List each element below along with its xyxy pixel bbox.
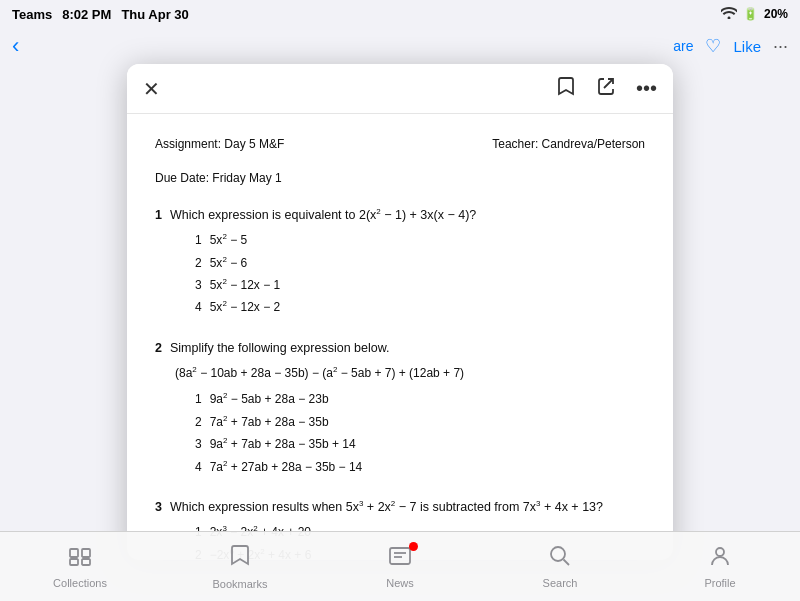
- q1-opt1: 15x2 − 5: [195, 230, 645, 250]
- search-icon: [549, 545, 571, 573]
- status-bar: Teams 8:02 PM Thu Apr 30 🔋 20%: [0, 0, 800, 28]
- svg-point-9: [716, 548, 724, 556]
- question-2: 2 Simplify the following expression belo…: [155, 338, 645, 477]
- svg-rect-1: [82, 549, 90, 557]
- collections-label: Collections: [53, 577, 107, 589]
- q1-options: 15x2 − 5 25x2 − 6 35x2 − 12x − 1 45x2 − …: [195, 230, 645, 318]
- battery-icon: 🔋: [743, 7, 758, 21]
- q1-text: Which expression is equivalent to 2(x2 −…: [170, 205, 476, 226]
- q2-opt3: 39a2 + 7ab + 28a − 35b + 14: [195, 434, 645, 454]
- assignment-label: Assignment: Day 5 M&F: [155, 134, 284, 154]
- news-icon: [388, 545, 412, 573]
- doc-header: Assignment: Day 5 M&F Teacher: Candreva/…: [155, 134, 645, 154]
- due-date: Due Date: Friday May 1: [155, 168, 645, 188]
- q1-opt4: 45x2 − 12x − 2: [195, 297, 645, 317]
- modal-close-button[interactable]: ✕: [143, 77, 160, 101]
- like-label[interactable]: Like: [733, 38, 761, 55]
- q2-opt2: 27a2 + 7ab + 28a − 35b: [195, 412, 645, 432]
- app-name: Teams: [12, 7, 52, 22]
- modal-toolbar: ✕ •••: [127, 64, 673, 114]
- status-right: 🔋 20%: [721, 7, 788, 22]
- news-label: News: [386, 577, 414, 589]
- svg-line-8: [564, 559, 570, 565]
- q2-subtext: (8a2 − 10ab + 28a − 35b) − (a2 − 5ab + 7…: [175, 363, 645, 383]
- profile-icon: [709, 545, 731, 573]
- bookmarks-label: Bookmarks: [212, 578, 267, 590]
- profile-label: Profile: [704, 577, 735, 589]
- share-area: are ♡ Like ···: [673, 35, 788, 57]
- battery-percent: 20%: [764, 7, 788, 21]
- q1-opt2: 25x2 − 6: [195, 253, 645, 273]
- document-content: Assignment: Day 5 M&F Teacher: Candreva/…: [127, 114, 673, 560]
- svg-rect-3: [82, 559, 90, 565]
- svg-rect-2: [70, 559, 78, 565]
- wifi-icon: [721, 7, 737, 22]
- bookmarks-icon: [230, 544, 250, 574]
- date: Thu Apr 30: [121, 7, 188, 22]
- nav-item-bookmarks[interactable]: Bookmarks: [180, 544, 300, 590]
- q2-number: 2: [155, 338, 162, 359]
- q2-options: 19a2 − 5ab + 28a − 23b 27a2 + 7ab + 28a …: [195, 389, 645, 477]
- q3-number: 3: [155, 497, 162, 518]
- back-button[interactable]: ‹: [12, 33, 19, 59]
- q2-opt4: 47a2 + 27ab + 28a − 35b − 14: [195, 457, 645, 477]
- nav-item-profile[interactable]: Profile: [660, 545, 780, 589]
- news-badge-dot: [409, 542, 418, 551]
- share-text: are: [673, 38, 693, 54]
- bookmark-icon[interactable]: [556, 75, 576, 102]
- q2-opt1: 19a2 − 5ab + 28a − 23b: [195, 389, 645, 409]
- heart-icon[interactable]: ♡: [705, 35, 721, 57]
- time: 8:02 PM: [62, 7, 111, 22]
- nav-item-search[interactable]: Search: [500, 545, 620, 589]
- svg-rect-4: [390, 548, 410, 564]
- q3-text: Which expression results when 5x3 + 2x2 …: [170, 497, 603, 518]
- share-icon[interactable]: [596, 76, 616, 101]
- q1-number: 1: [155, 205, 162, 226]
- q1-opt3: 35x2 − 12x − 1: [195, 275, 645, 295]
- svg-rect-0: [70, 549, 78, 557]
- status-left: Teams 8:02 PM Thu Apr 30: [12, 7, 189, 22]
- svg-point-7: [551, 547, 565, 561]
- nav-item-collections[interactable]: Collections: [20, 545, 140, 589]
- nav-item-news[interactable]: News: [340, 545, 460, 589]
- back-bar: ‹ are ♡ Like ···: [0, 28, 800, 64]
- q2-text: Simplify the following expression below.: [170, 338, 390, 359]
- search-label: Search: [543, 577, 578, 589]
- bottom-navigation: Collections Bookmarks News: [0, 531, 800, 601]
- more-icon[interactable]: ···: [773, 36, 788, 57]
- question-1: 1 Which expression is equivalent to 2(x2…: [155, 205, 645, 318]
- teacher-label: Teacher: Candreva/Peterson: [492, 134, 645, 154]
- collections-icon: [68, 545, 92, 573]
- document-modal: ✕ ••• Assignment: Day 5 M&F Teacher: Can…: [127, 64, 673, 560]
- more-options-icon[interactable]: •••: [636, 77, 657, 100]
